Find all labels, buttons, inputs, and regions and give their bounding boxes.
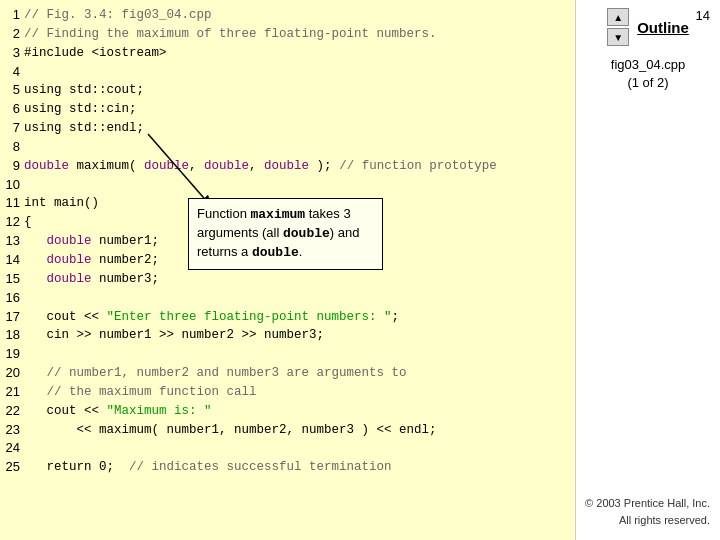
code-line-4: 4 [0,63,575,82]
code-content: return 0; // indicates successful termin… [22,458,575,477]
line-num: 13 [0,232,22,251]
code-content: using std::endl; [22,119,575,138]
line-num: 17 [0,308,22,327]
fig-label: fig03_04.cpp (1 of 2) [611,56,685,92]
code-content [22,176,575,195]
code-line-1: 1 // Fig. 3.4: fig03_04.cpp [0,6,575,25]
line-num: 16 [0,289,22,308]
page-number: 14 [696,8,710,23]
code-content: cin >> number1 >> number2 >> number3; [22,326,575,345]
code-content: #include <iostream> [22,44,575,63]
code-content: cout << "Maximum is: " [22,402,575,421]
line-num: 22 [0,402,22,421]
code-content [22,289,575,308]
code-line-23: 23 << maximum( number1, number2, number3… [0,421,575,440]
line-num: 10 [0,176,22,195]
line-num: 5 [0,81,22,100]
code-content: double maximum( double, double, double )… [22,157,575,176]
code-line-24: 24 [0,439,575,458]
code-line-9: 9 double maximum( double, double, double… [0,157,575,176]
code-line-7: 7 using std::endl; [0,119,575,138]
sidebar: 14 ▲ ▼ Outline fig03_04.cpp (1 of 2) © 2… [575,0,720,540]
line-num: 14 [0,251,22,270]
copyright: © 2003 Prentice Hall, Inc. All rights re… [585,495,710,528]
tooltip-bold-double2: double [252,245,299,260]
line-num: 9 [0,157,22,176]
code-content [22,63,575,82]
down-arrow-icon: ▼ [613,32,623,43]
code-content [22,138,575,157]
code-line-3: 3 #include <iostream> [0,44,575,63]
code-line-17: 17 cout << "Enter three floating-point n… [0,308,575,327]
outline-controls: ▲ ▼ Outline [607,8,689,46]
main-container: 1 // Fig. 3.4: fig03_04.cpp 2 // Finding… [0,0,720,540]
line-num: 20 [0,364,22,383]
line-num: 15 [0,270,22,289]
line-num: 25 [0,458,22,477]
code-line-16: 16 [0,289,575,308]
line-num: 23 [0,421,22,440]
code-content: using std::cout; [22,81,575,100]
up-arrow-icon: ▲ [613,12,623,23]
line-num: 1 [0,6,22,25]
line-num: 19 [0,345,22,364]
code-content [22,439,575,458]
line-num: 24 [0,439,22,458]
code-content: // Finding the maximum of three floating… [22,25,575,44]
code-line-6: 6 using std::cin; [0,100,575,119]
line-num: 4 [0,63,22,82]
code-line-10: 10 [0,176,575,195]
outline-up-button[interactable]: ▲ [607,8,629,26]
fig-label-line1: fig03_04.cpp [611,56,685,74]
code-line-21: 21 // the maximum function call [0,383,575,402]
line-num: 2 [0,25,22,44]
code-content: // number1, number2 and number3 are argu… [22,364,575,383]
line-num: 11 [0,194,22,213]
code-line-19: 19 [0,345,575,364]
line-num: 6 [0,100,22,119]
tooltip-bold-double1: double [283,226,330,241]
code-content: // Fig. 3.4: fig03_04.cpp [22,6,575,25]
outline-arrows: ▲ ▼ [607,8,629,46]
code-content: double number3; [22,270,575,289]
code-line-15: 15 double number3; [0,270,575,289]
tooltip-box: Function maximum takes 3 arguments (all … [188,198,383,270]
line-num: 21 [0,383,22,402]
line-num: 12 [0,213,22,232]
tooltip-bold-maximum: maximum [250,207,305,222]
code-content: using std::cin; [22,100,575,119]
code-line-5: 5 using std::cout; [0,81,575,100]
outline-label[interactable]: Outline [637,19,689,36]
code-line-18: 18 cin >> number1 >> number2 >> number3; [0,326,575,345]
line-num: 3 [0,44,22,63]
code-panel: 1 // Fig. 3.4: fig03_04.cpp 2 // Finding… [0,0,575,540]
line-num: 7 [0,119,22,138]
code-line-8: 8 [0,138,575,157]
code-line-2: 2 // Finding the maximum of three floati… [0,25,575,44]
line-num: 18 [0,326,22,345]
code-content: cout << "Enter three floating-point numb… [22,308,575,327]
outline-down-button[interactable]: ▼ [607,28,629,46]
code-content: << maximum( number1, number2, number3 ) … [22,421,575,440]
copyright-line2: All rights reserved. [585,512,710,529]
code-line-20: 20 // number1, number2 and number3 are a… [0,364,575,383]
code-line-22: 22 cout << "Maximum is: " [0,402,575,421]
code-content: // the maximum function call [22,383,575,402]
fig-label-line2: (1 of 2) [611,74,685,92]
code-content [22,345,575,364]
copyright-line1: © 2003 Prentice Hall, Inc. [585,495,710,512]
line-num: 8 [0,138,22,157]
code-line-25: 25 return 0; // indicates successful ter… [0,458,575,477]
